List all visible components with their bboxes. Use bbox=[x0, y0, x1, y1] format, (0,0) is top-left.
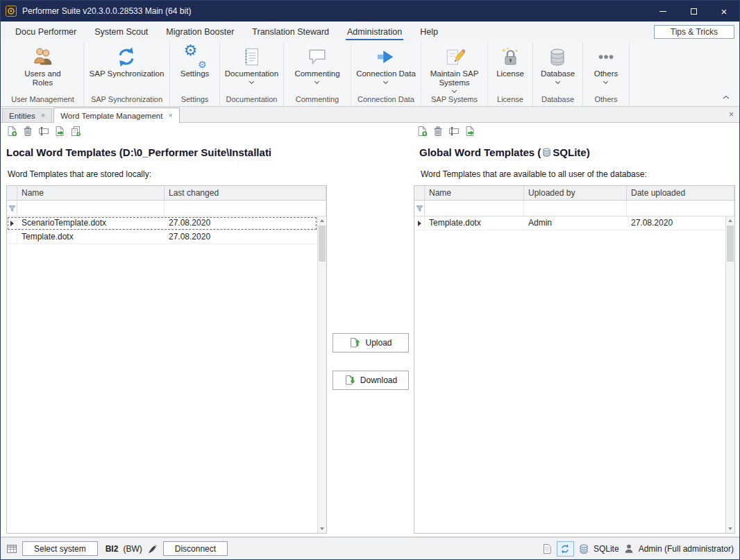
gears-icon: ⚙⚙ bbox=[185, 46, 205, 67]
rename-template-icon[interactable] bbox=[448, 126, 460, 137]
sap-synchronization-button[interactable]: SAP Synchronization bbox=[85, 44, 169, 78]
menu-tab-migration-booster[interactable]: Migration Booster bbox=[157, 22, 243, 42]
new-template-icon[interactable] bbox=[6, 126, 17, 137]
chevron-down-icon bbox=[603, 79, 608, 84]
vertical-scrollbar[interactable] bbox=[725, 217, 734, 533]
close-button[interactable]: × bbox=[709, 1, 739, 22]
close-icon[interactable]: × bbox=[41, 112, 45, 119]
tab-word-template-management[interactable]: Word Template Management × bbox=[53, 108, 180, 123]
scroll-thumb[interactable] bbox=[727, 226, 734, 262]
filter-row bbox=[414, 201, 734, 217]
scroll-thumb[interactable] bbox=[319, 226, 326, 262]
tips-tricks-button[interactable]: Tips & Tricks bbox=[654, 25, 734, 39]
database-dropdown-button[interactable]: Database bbox=[537, 44, 579, 83]
cell-name: Template.dotx bbox=[17, 230, 165, 244]
systems-grid-icon[interactable] bbox=[6, 543, 17, 554]
report-icon[interactable] bbox=[541, 543, 553, 554]
chevron-down-icon bbox=[383, 79, 388, 84]
scroll-track[interactable] bbox=[318, 225, 326, 525]
connection-icon bbox=[376, 46, 396, 67]
scroll-up-button[interactable] bbox=[318, 217, 326, 225]
maintain-sap-systems-dropdown-button[interactable]: Maintain SAP Systems bbox=[426, 44, 484, 92]
global-panel-subtitle: Word Templates that are available to all… bbox=[421, 169, 647, 179]
scroll-down-button[interactable] bbox=[318, 525, 326, 533]
titlebar: Performer Suite v20.3.0.0.28533 Main (64… bbox=[1, 1, 739, 22]
ribbon-collapse-button[interactable] bbox=[720, 92, 732, 102]
sqlite-database-icon bbox=[541, 147, 552, 158]
vertical-scrollbar[interactable] bbox=[317, 217, 326, 533]
connected-system-name: BI2 bbox=[106, 544, 119, 554]
global-templates-panel: Global Word Templates (SQLite) Word Temp… bbox=[414, 123, 739, 536]
filter-cell[interactable] bbox=[524, 201, 627, 216]
table-row[interactable]: Template.dotx Admin 27.08.2020 bbox=[414, 217, 725, 230]
window-title: Performer Suite v20.3.0.0.28533 Main (64… bbox=[22, 6, 191, 16]
copy-template-icon[interactable] bbox=[70, 126, 81, 137]
sync-icon bbox=[560, 544, 570, 554]
download-button[interactable]: Download bbox=[333, 371, 409, 390]
connection-data-dropdown-button[interactable]: Connection Data bbox=[352, 44, 420, 83]
menu-tab-system-scout[interactable]: System Scout bbox=[85, 22, 157, 42]
delete-template-icon[interactable] bbox=[432, 126, 444, 137]
ribbon-group-documentation: Documentation Documentation bbox=[220, 42, 284, 106]
documentation-dropdown-button[interactable]: Documentation bbox=[221, 44, 283, 83]
filter-cell[interactable] bbox=[627, 201, 734, 216]
ribbon: Users and Roles User Management SAP Sync… bbox=[1, 42, 739, 107]
maximize-button[interactable] bbox=[678, 1, 709, 22]
ribbon-group-others: Others Others bbox=[583, 42, 630, 106]
menu-tab-docu-performer[interactable]: Docu Performer bbox=[6, 22, 85, 42]
close-icon[interactable]: × bbox=[168, 112, 172, 119]
minimize-icon bbox=[659, 11, 666, 12]
database-label: SQLite bbox=[594, 544, 619, 554]
sync-button[interactable] bbox=[557, 541, 574, 557]
arrow-down-icon bbox=[320, 527, 324, 530]
ribbon-group-sap-systems: Maintain SAP Systems SAP Systems bbox=[421, 42, 488, 106]
filter-cell[interactable] bbox=[17, 201, 165, 216]
ribbon-group-license: License License bbox=[488, 42, 533, 106]
table-row[interactable]: ScenarioTemplate.dotx 27.08.2020 bbox=[7, 217, 317, 230]
scroll-track[interactable] bbox=[726, 225, 734, 525]
download-icon bbox=[344, 375, 355, 386]
arrow-down-icon bbox=[728, 527, 732, 530]
commenting-dropdown-button[interactable]: Commenting bbox=[290, 44, 344, 83]
settings-button[interactable]: ⚙⚙ Settings bbox=[176, 44, 214, 78]
filter-cell[interactable] bbox=[425, 201, 524, 216]
download-label: Download bbox=[360, 375, 397, 385]
tabstrip-close-icon[interactable]: × bbox=[729, 110, 734, 119]
column-header-date-uploaded[interactable]: Date uploaded bbox=[627, 186, 734, 200]
cell-name: ScenarioTemplate.dotx bbox=[17, 217, 165, 230]
menu-tab-translation-steward[interactable]: Translation Steward bbox=[243, 22, 338, 42]
menu-tab-administration[interactable]: Administration bbox=[338, 22, 411, 42]
scroll-up-button[interactable] bbox=[726, 217, 734, 225]
local-templates-table: Name Last changed ScenarioTemplate.dotx bbox=[6, 185, 327, 534]
filter-cell[interactable] bbox=[165, 201, 326, 216]
upload-button[interactable]: Upload bbox=[333, 333, 409, 353]
disconnect-button[interactable]: Disconnect bbox=[163, 541, 228, 556]
table-row[interactable]: Template.dotx 27.08.2020 bbox=[7, 230, 317, 244]
column-header-last-changed[interactable]: Last changed bbox=[165, 186, 326, 200]
users-and-roles-button[interactable]: Users and Roles bbox=[17, 44, 69, 87]
delete-template-icon[interactable] bbox=[22, 126, 33, 137]
new-template-icon[interactable] bbox=[417, 126, 428, 137]
ribbon-group-sap-synchronization: SAP Synchronization SAP Synchronization bbox=[84, 42, 170, 106]
global-panel-title: Global Word Templates (SQLite) bbox=[419, 146, 739, 158]
menu-tab-help[interactable]: Help bbox=[411, 22, 447, 42]
column-header-name[interactable]: Name bbox=[425, 186, 524, 200]
app-icon[interactable] bbox=[6, 6, 17, 17]
open-template-icon[interactable] bbox=[54, 126, 65, 137]
rename-template-icon[interactable] bbox=[38, 126, 49, 137]
select-system-button[interactable]: Select system bbox=[22, 541, 98, 556]
others-dropdown-button[interactable]: Others bbox=[590, 44, 623, 83]
tab-entities[interactable]: Entities × bbox=[2, 108, 52, 122]
license-button[interactable]: License bbox=[492, 44, 528, 78]
cell-last-changed: 27.08.2020 bbox=[165, 217, 317, 230]
ribbon-group-label: Settings bbox=[170, 94, 219, 106]
column-header-uploaded-by[interactable]: Uploaded by bbox=[524, 186, 627, 200]
column-header-name[interactable]: Name bbox=[17, 186, 165, 200]
padlock-icon bbox=[500, 46, 521, 67]
row-indicator bbox=[414, 217, 425, 230]
database-icon bbox=[578, 543, 589, 554]
minimize-button[interactable] bbox=[648, 1, 678, 22]
open-template-icon[interactable] bbox=[464, 126, 476, 137]
scroll-down-button[interactable] bbox=[726, 525, 734, 533]
chevron-down-icon bbox=[249, 79, 254, 84]
